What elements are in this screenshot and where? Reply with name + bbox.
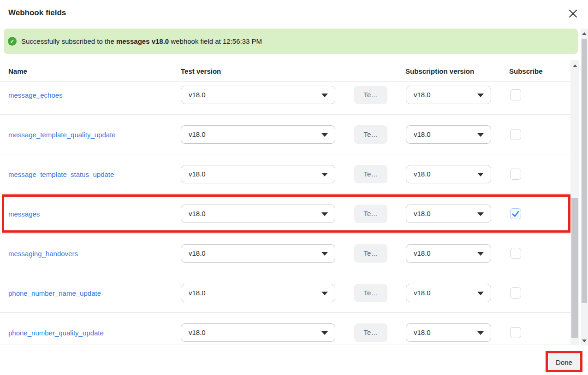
caret-down-icon	[321, 94, 328, 97]
webhook-fields-table: message_echoes v18.0 Te… v18.0 message_t…	[0, 82, 570, 345]
test-version-dropdown[interactable]: v18.0	[181, 205, 335, 223]
test-version-value: v18.0	[189, 328, 206, 336]
subscription-version-value: v18.0	[414, 249, 431, 257]
test-version-dropdown[interactable]: v18.0	[181, 284, 335, 302]
success-banner: ✓ Successfully subscribed to the message…	[4, 29, 578, 54]
test-version-value: v18.0	[189, 249, 206, 257]
caret-down-icon	[321, 331, 328, 335]
test-button[interactable]: Te…	[354, 284, 387, 302]
test-button[interactable]: Te…	[354, 323, 387, 342]
test-version-dropdown[interactable]: v18.0	[181, 323, 335, 342]
test-version-dropdown[interactable]: v18.0	[181, 125, 335, 144]
subscription-version-dropdown[interactable]: v18.0	[406, 86, 491, 104]
subscribe-checkbox[interactable]	[510, 248, 521, 259]
check-icon	[511, 210, 520, 218]
test-version-dropdown[interactable]: v18.0	[181, 86, 335, 104]
table-rows: message_echoes v18.0 Te… v18.0 message_t…	[0, 82, 570, 345]
table-row: messages v18.0 Te… v18.0	[0, 194, 570, 234]
caret-down-icon	[321, 252, 328, 256]
caret-down-icon	[321, 292, 328, 295]
test-version-value: v18.0	[189, 130, 206, 138]
subscription-version-value: v18.0	[414, 170, 431, 178]
check-circle-icon: ✓	[8, 37, 17, 46]
test-version-value: v18.0	[189, 210, 206, 217]
caret-down-icon	[477, 331, 484, 335]
scroll-down-icon[interactable]	[582, 340, 587, 342]
done-button[interactable]: Done	[549, 354, 579, 370]
subscribe-checkbox[interactable]	[510, 89, 521, 100]
test-version-value: v18.0	[189, 289, 206, 297]
subscribe-checkbox[interactable]	[510, 169, 521, 180]
page-scrollbar-thumb[interactable]	[582, 39, 587, 303]
subscription-version-dropdown[interactable]: v18.0	[406, 323, 491, 342]
caret-down-icon	[477, 94, 484, 97]
webhook-field-name-link[interactable]: message_template_quality_update	[8, 130, 116, 138]
test-button[interactable]: Te…	[354, 165, 387, 183]
caret-down-icon	[477, 212, 484, 216]
webhook-fields-modal: Webhook fields ✓ Successfully subscribed…	[0, 0, 588, 375]
caret-down-icon	[477, 292, 484, 295]
subscription-version-dropdown[interactable]: v18.0	[406, 284, 491, 302]
subscription-version-dropdown[interactable]: v18.0	[406, 244, 491, 263]
caret-down-icon	[321, 173, 328, 176]
table-row: messaging_handovers v18.0 Te… v18.0	[0, 234, 570, 273]
table-row: message_echoes v18.0 Te… v18.0	[0, 82, 570, 115]
table-scrollbar[interactable]	[570, 60, 579, 345]
webhook-field-name-link[interactable]: messaging_handovers	[8, 249, 78, 257]
subscribe-checkbox[interactable]	[510, 287, 521, 299]
test-version-dropdown[interactable]: v18.0	[181, 165, 335, 183]
test-button[interactable]: Te…	[354, 125, 387, 144]
caret-down-icon	[477, 173, 484, 176]
test-button[interactable]: Te…	[354, 205, 387, 223]
subscription-version-value: v18.0	[414, 328, 431, 336]
subscribe-checkbox[interactable]	[510, 208, 521, 219]
success-message: Successfully subscribed to the messages …	[21, 37, 262, 45]
subscription-version-value: v18.0	[414, 210, 431, 217]
subscription-version-dropdown[interactable]: v18.0	[406, 125, 491, 144]
scroll-up-icon[interactable]	[573, 64, 577, 67]
subscribe-checkbox[interactable]	[510, 129, 521, 140]
subscribe-checkbox[interactable]	[510, 327, 521, 338]
table-row: message_template_quality_update v18.0 Te…	[0, 115, 570, 154]
table-row: message_template_status_update v18.0 Te……	[0, 154, 570, 194]
test-button[interactable]: Te…	[354, 244, 387, 263]
test-version-value: v18.0	[189, 170, 206, 178]
table-row: phone_number_quality_update v18.0 Te… v1…	[0, 313, 570, 345]
caret-down-icon	[321, 133, 328, 137]
column-header-subscribe: Subscribe	[509, 67, 543, 75]
modal-title: Webhook fields	[8, 8, 66, 18]
table-row: phone_number_name_update v18.0 Te… v18.0	[0, 273, 570, 313]
test-button[interactable]: Te…	[354, 86, 387, 104]
subscription-version-value: v18.0	[414, 130, 431, 138]
page-scrollbar[interactable]	[581, 29, 588, 346]
column-header-subscription-version: Subscription version	[405, 67, 474, 75]
subscription-version-dropdown[interactable]: v18.0	[406, 165, 491, 183]
scroll-up-icon[interactable]	[582, 32, 587, 35]
test-version-dropdown[interactable]: v18.0	[181, 244, 335, 263]
webhook-field-name-link[interactable]: phone_number_name_update	[8, 289, 101, 297]
webhook-field-name-link[interactable]: messages	[8, 210, 40, 217]
webhook-field-name-link[interactable]: message_template_status_update	[8, 170, 114, 178]
webhook-field-name-link[interactable]: phone_number_quality_update	[8, 328, 104, 336]
webhook-field-name-link[interactable]: message_echoes	[8, 91, 63, 99]
caret-down-icon	[321, 212, 328, 216]
column-header-test-version: Test version	[181, 67, 221, 75]
close-button[interactable]	[566, 6, 580, 20]
close-icon	[569, 9, 577, 18]
caret-down-icon	[477, 133, 484, 137]
subscription-version-value: v18.0	[414, 289, 431, 297]
table-scrollbar-thumb[interactable]	[571, 198, 578, 338]
test-version-value: v18.0	[189, 91, 206, 99]
column-header-name: Name	[8, 67, 27, 75]
footer-divider	[0, 345, 579, 345]
subscription-version-value: v18.0	[414, 91, 431, 99]
caret-down-icon	[477, 252, 484, 256]
subscription-version-dropdown[interactable]: v18.0	[406, 205, 491, 223]
